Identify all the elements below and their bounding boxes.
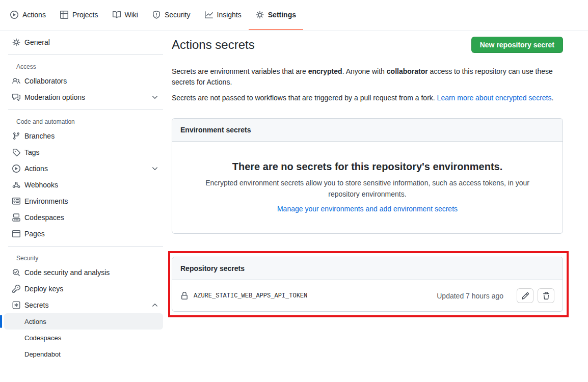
chevron-down-icon [151, 165, 159, 173]
sidebar-subitem-secrets-codespaces[interactable]: Codespaces [4, 330, 163, 346]
fork-note: Secrets are not passed to workflows that… [172, 93, 563, 103]
sidebar-section-access: Access [4, 59, 163, 73]
new-repository-secret-button[interactable]: New repository secret [471, 37, 563, 53]
pencil-icon [521, 292, 529, 300]
environment-secrets-box: Environment secrets There are no secrets… [172, 118, 563, 234]
tab-label: Settings [268, 11, 296, 19]
fork-note-period: . [552, 94, 554, 102]
sidebar-item-environments[interactable]: Environments [4, 193, 163, 209]
sidebar-item-label: Secrets [24, 301, 48, 309]
tab-insights[interactable]: Insights [198, 0, 249, 30]
tab-label: Projects [72, 11, 98, 19]
sidebar-subitem-secrets-actions[interactable]: Actions [4, 313, 163, 330]
gear-icon [256, 11, 264, 19]
git-branch-icon [12, 132, 20, 140]
sidebar-divider [8, 246, 163, 247]
people-icon [12, 77, 20, 85]
sidebar-item-label: Codespaces [24, 213, 64, 222]
settings-sidebar: General Access Collaborators Moderation … [0, 31, 172, 362]
learn-more-link[interactable]: Learn more about encrypted secrets [437, 94, 552, 102]
sidebar-item-label: Tags [24, 148, 40, 156]
sidebar-item-label: Codespaces [24, 334, 61, 342]
delete-secret-button[interactable] [538, 288, 554, 303]
sidebar-item-webhooks[interactable]: Webhooks [4, 177, 163, 193]
tag-icon [12, 148, 20, 156]
blankslate-title: There are no secrets for this repository… [190, 161, 545, 173]
play-circle-icon [12, 165, 20, 173]
secrets-asterisk-icon [12, 301, 20, 309]
server-icon [12, 197, 20, 205]
fork-note-text: Secrets are not passed to workflows that… [172, 94, 437, 102]
intro-bold-collaborator: collaborator [387, 67, 428, 75]
sidebar-item-label: General [24, 38, 50, 46]
sidebar-item-label: Deploy keys [24, 285, 63, 293]
secret-updated-text: Updated 7 hours ago [437, 292, 503, 300]
sidebar-item-general[interactable]: General [4, 34, 163, 50]
book-icon [113, 11, 121, 19]
blankslate-description: Encrypted environment secrets allow you … [190, 178, 545, 200]
sidebar-item-secrets[interactable]: Secrets [4, 297, 163, 313]
sidebar-item-label: Dependabot [24, 350, 61, 358]
comment-discussion-icon [12, 93, 20, 101]
table-icon [60, 11, 68, 19]
codespaces-icon [12, 213, 20, 222]
tab-projects[interactable]: Projects [53, 0, 105, 30]
tab-wiki[interactable]: Wiki [105, 0, 145, 30]
sidebar-item-label: Actions [24, 165, 48, 173]
sidebar-item-label: Moderation options [24, 93, 85, 101]
tab-label: Security [165, 11, 191, 19]
repo-tab-bar: Actions Projects Wiki Security Insights … [0, 0, 588, 31]
sidebar-item-deploy-keys[interactable]: Deploy keys [4, 281, 163, 297]
trash-icon [542, 292, 550, 300]
sidebar-subitem-secrets-dependabot[interactable]: Dependabot [4, 346, 163, 362]
sidebar-item-label: Code security and analysis [24, 268, 110, 277]
sidebar-item-label: Pages [24, 230, 45, 238]
tab-label: Insights [217, 11, 242, 19]
repository-secrets-box: Repository secrets AZURE_STATIC_WEB_APPS… [172, 257, 563, 312]
chevron-up-icon [151, 301, 159, 309]
sidebar-item-branches[interactable]: Branches [4, 128, 163, 144]
manage-environments-link[interactable]: Manage your environments and add environ… [277, 205, 458, 213]
intro-text: Secrets are environment variables that a… [172, 67, 308, 75]
sidebar-item-codespaces[interactable]: Codespaces [4, 209, 163, 226]
secret-name: AZURE_STATIC_WEB_APPS_API_TOKEN [194, 292, 307, 299]
tab-security[interactable]: Security [145, 0, 198, 30]
lock-icon [180, 292, 189, 300]
tab-settings[interactable]: Settings [249, 0, 303, 30]
sidebar-item-collaborators[interactable]: Collaborators [4, 73, 163, 89]
environment-secrets-blankslate: There are no secrets for this repository… [172, 142, 563, 233]
chevron-down-icon [151, 93, 159, 101]
sidebar-section-code-and-automation: Code and automation [4, 114, 163, 128]
sidebar-item-moderation-options[interactable]: Moderation options [4, 89, 163, 105]
sidebar-item-label: Actions [24, 318, 46, 325]
sidebar-divider [8, 54, 163, 55]
intro-text: . Anyone with [342, 67, 387, 75]
repository-secrets-header: Repository secrets [172, 257, 563, 280]
secret-row: AZURE_STATIC_WEB_APPS_API_TOKEN Updated … [172, 280, 563, 311]
sidebar-section-security: Security [4, 251, 163, 264]
edit-secret-button[interactable] [517, 288, 533, 303]
sidebar-item-label: Environments [24, 197, 68, 205]
sidebar-item-actions[interactable]: Actions [4, 160, 163, 177]
secrets-description: Secrets are environment variables that a… [172, 66, 563, 88]
actions-secrets-page: Actions secrets New repository secret Se… [172, 31, 588, 362]
sidebar-item-pages[interactable]: Pages [4, 226, 163, 242]
repository-secrets-wrap: Repository secrets AZURE_STATIC_WEB_APPS… [172, 257, 563, 312]
browser-icon [12, 230, 20, 238]
intro-bold-encrypted: encrypted [308, 67, 342, 75]
sidebar-item-label: Webhooks [24, 181, 58, 189]
graph-icon [205, 11, 213, 19]
sidebar-item-label: Collaborators [24, 77, 67, 85]
sidebar-item-tags[interactable]: Tags [4, 144, 163, 160]
key-icon [12, 285, 20, 293]
tab-actions[interactable]: Actions [3, 0, 53, 30]
sidebar-item-code-security-and-analysis[interactable]: Code security and analysis [4, 264, 163, 281]
sidebar-item-label: Branches [24, 132, 55, 140]
sidebar-divider [8, 110, 163, 110]
gear-icon [12, 38, 20, 46]
webhook-icon [12, 181, 20, 189]
environment-secrets-header: Environment secrets [172, 119, 563, 142]
codescan-icon [12, 268, 20, 277]
shield-icon [152, 11, 161, 19]
page-title: Actions secrets [172, 38, 255, 52]
